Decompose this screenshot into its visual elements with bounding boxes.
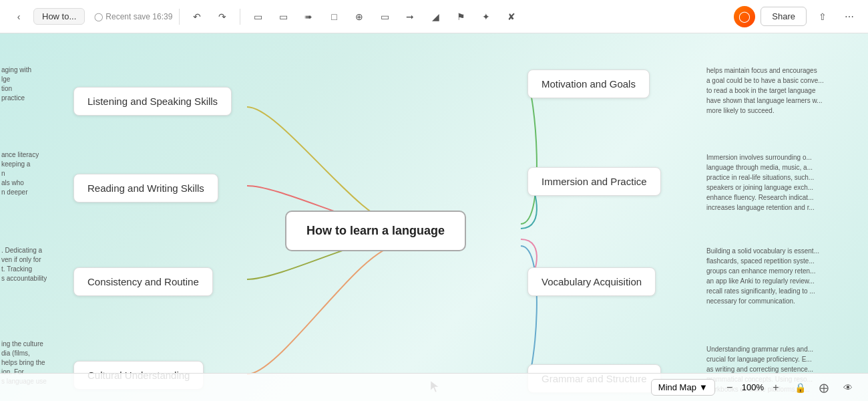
mode-selector[interactable]: Mind Map ▼ [651, 379, 715, 396]
node-reading[interactable]: Reading and Writing Skills [73, 174, 218, 203]
mode-label: Mind Map [658, 382, 696, 392]
save-timestamp: Recent save 16:39 [105, 12, 172, 21]
toolbar: ‹ How to... ◯ Recent save 16:39 ↶ ↷ ▭ ▭ … [0, 0, 868, 33]
zoom-controls: − 100% + [722, 380, 784, 396]
node-consistency[interactable]: Consistency and Routine [73, 267, 213, 296]
tool-10[interactable]: ✦ [475, 6, 497, 27]
tool-4[interactable]: □ [323, 6, 345, 27]
node-motivation[interactable]: Motivation and Goals [527, 70, 650, 98]
node-vocabulary[interactable]: Vocabulary Acquisition [527, 267, 656, 296]
chevron-down-icon: ▼ [699, 382, 708, 392]
text-vocabulary: Building a solid vocabulary is essent...… [706, 246, 819, 306]
text-consistency: . Dedicating aven if only fort. Tracking… [1, 246, 47, 283]
tool-2[interactable]: ▭ [272, 6, 294, 27]
tab-title-text: How to... [42, 11, 76, 21]
node-immersion[interactable]: Immersion and Practice [527, 167, 661, 196]
redo-button[interactable]: ↷ [212, 6, 233, 27]
text-reading: ance literacykeeping anals whon deeper [1, 150, 39, 197]
node-listening[interactable]: Listening and Speaking Skills [73, 87, 232, 116]
save-info: ◯ Recent save 16:39 [94, 12, 172, 21]
tool-3[interactable]: ➠ [298, 6, 319, 27]
node-center[interactable]: How to learn a language [285, 211, 466, 251]
text-motivation: helps maintain focus and encouragesa goa… [706, 65, 824, 116]
tool-6[interactable]: ▭ [374, 6, 395, 27]
tab-title[interactable]: How to... [33, 8, 85, 25]
eye-button[interactable]: 👁 [839, 378, 857, 397]
tool-5[interactable]: ⊕ [349, 6, 370, 27]
toolbar-divider-2 [240, 9, 240, 25]
canvas-area[interactable]: aging withlgetionpractice ance literacyk… [0, 33, 868, 401]
export-button[interactable]: ⇧ [812, 6, 833, 27]
tool-1[interactable]: ▭ [247, 6, 268, 27]
clock-icon: ◯ [94, 12, 103, 21]
bottom-bar: Mind Map ▼ − 100% + 🔒 ⨁ 👁 [0, 373, 868, 401]
tool-11[interactable]: ✘ [501, 6, 522, 27]
zoom-plus-button[interactable]: + [768, 380, 784, 396]
tool-8[interactable]: ◢ [425, 6, 446, 27]
undo-button[interactable]: ↶ [186, 6, 208, 27]
lock-icon-button[interactable]: 🔒 [791, 378, 809, 397]
fullscreen-button[interactable]: ⨁ [815, 378, 833, 397]
bottom-icons: 🔒 ⨁ 👁 [791, 378, 857, 397]
text-immersion: Immersion involves surrounding o...langu… [706, 152, 815, 213]
tool-9[interactable]: ⚑ [450, 6, 471, 27]
share-button[interactable]: Share [761, 7, 807, 26]
zoom-level: 100% [742, 382, 764, 392]
text-listening: aging withlgetionpractice [1, 65, 31, 103]
toolbar-divider-1 [179, 9, 180, 25]
tool-7[interactable]: ➞ [399, 6, 421, 27]
back-button[interactable]: ‹ [8, 6, 29, 27]
toolbar-right: ◯ Share ⇧ ⋯ [734, 6, 860, 27]
app-logo: ◯ [734, 6, 755, 27]
zoom-minus-button[interactable]: − [722, 380, 738, 396]
more-button[interactable]: ⋯ [839, 6, 860, 27]
